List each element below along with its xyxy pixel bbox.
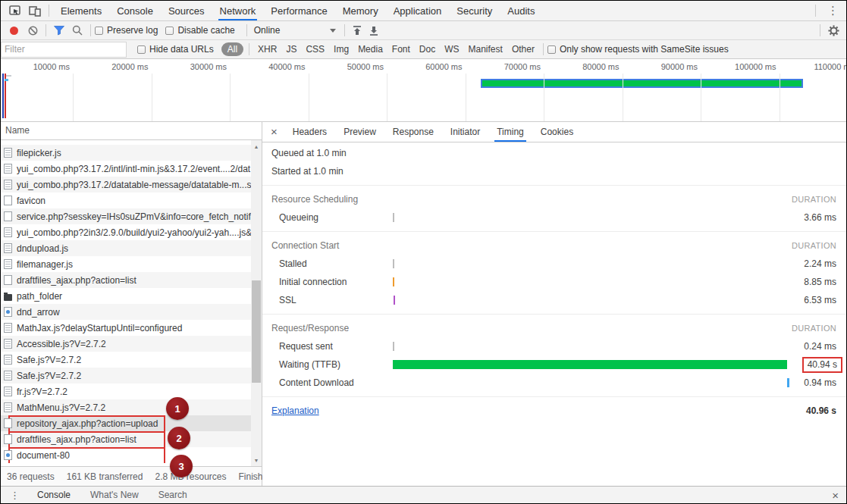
kebab-menu-icon[interactable]: ⋮ — [820, 4, 846, 17]
type-filter-js[interactable]: JS — [281, 42, 301, 56]
timing-total-row: Explanation 40.96 s — [271, 402, 836, 420]
filter-funnel-icon[interactable] — [50, 21, 68, 39]
request-row[interactable]: Safe.js?V=2.7.2 — [1, 368, 262, 383]
separator — [543, 43, 544, 55]
detail-tab-headers[interactable]: Headers — [284, 122, 335, 142]
detail-tab-initiator[interactable]: Initiator — [442, 122, 488, 142]
scroll-up-icon[interactable]: ▲ — [251, 141, 262, 152]
disable-cache-checkbox[interactable] — [165, 27, 174, 35]
selected-request-overview-bar — [481, 79, 802, 88]
detail-tab-preview[interactable]: Preview — [335, 122, 384, 142]
request-row[interactable]: favicon — [1, 193, 262, 208]
request-row[interactable]: yui_combo.php?3.17.2/intl/intl-min.js&3.… — [1, 161, 262, 177]
request-row[interactable]: yui_combo.php?3.17.2/datatable-message/d… — [1, 177, 262, 193]
type-filter-font[interactable]: Font — [387, 42, 415, 56]
request-row[interactable]: dnd_arrow — [1, 304, 262, 320]
samesite-checkbox[interactable] — [547, 45, 556, 54]
record-icon[interactable] — [10, 27, 18, 35]
tab-sources[interactable]: Sources — [161, 1, 212, 20]
name-column-header[interactable]: Name — [1, 122, 262, 140]
request-row[interactable]: fr.js?V=2.7.2 — [1, 383, 262, 399]
timing-value: 8.85 ms — [789, 277, 836, 287]
separator — [246, 24, 247, 36]
duration-column-header: DURATION — [792, 241, 836, 250]
request-row[interactable]: yui_combo.php?2in3/2.9.0/build/yui2-yaho… — [1, 224, 262, 240]
timing-bar — [393, 342, 394, 351]
detail-tab-response[interactable]: Response — [384, 122, 442, 142]
tab-security[interactable]: Security — [449, 1, 500, 20]
request-list: filepicker.jsyui_combo.php?3.17.2/intl/i… — [1, 140, 262, 466]
type-filter-other[interactable]: Other — [507, 42, 539, 56]
type-filter-img[interactable]: Img — [329, 42, 353, 56]
status-item-2-8-mb-resources: 2.8 MB resources — [155, 471, 226, 482]
download-har-icon[interactable] — [365, 21, 382, 39]
drawer-tab-list: ConsoleWhat's NewSearch — [27, 487, 197, 503]
request-row[interactable]: draftfiles_ajax.php?action=list — [1, 272, 262, 288]
type-filter-ws[interactable]: WS — [440, 42, 463, 56]
request-name: draftfiles_ajax.php?action=list — [17, 434, 136, 445]
detail-tab-cookies[interactable]: Cookies — [532, 122, 582, 142]
preserve-log-checkbox[interactable] — [95, 27, 103, 35]
request-row[interactable]: path_folder — [1, 288, 262, 304]
timing-value: 2.24 ms — [789, 258, 836, 269]
overview-tick-label: 50000 ms — [329, 62, 384, 71]
network-overview-timeline[interactable]: 10000 ms20000 ms30000 ms40000 ms50000 ms… — [1, 59, 846, 122]
search-icon[interactable] — [68, 21, 86, 39]
request-row[interactable]: MathJax.js?delayStartupUntil=configured — [1, 320, 262, 336]
close-details-icon[interactable]: × — [262, 125, 284, 139]
request-row[interactable]: Safe.js?V=2.7.2 — [1, 352, 262, 368]
type-filter-css[interactable]: CSS — [301, 42, 329, 56]
drawer-tab-console[interactable]: Console — [27, 487, 80, 503]
queued-at-text: Queued at 1.0 min — [271, 144, 836, 162]
separator — [820, 24, 820, 36]
timing-bar — [393, 360, 787, 369]
status-item-finish: Finish — [239, 471, 263, 482]
throttling-dropdown[interactable]: Online — [251, 25, 340, 36]
tab-audits[interactable]: Audits — [500, 1, 542, 20]
tab-elements[interactable]: Elements — [53, 1, 109, 20]
request-row[interactable]: filepicker.js — [1, 145, 262, 161]
clear-icon[interactable] — [24, 21, 42, 39]
requests-panel: Name filepicker.jsyui_combo.php?3.17.2/i… — [1, 122, 262, 486]
filter-input[interactable] — [1, 42, 127, 58]
type-filter-xhr[interactable]: XHR — [253, 42, 281, 56]
scroll-down-icon[interactable]: ▼ — [251, 455, 262, 465]
tab-memory[interactable]: Memory — [335, 1, 386, 20]
timing-label: SSL — [271, 295, 393, 305]
network-main-area: Name filepicker.jsyui_combo.php?3.17.2/i… — [1, 122, 846, 486]
detail-tab-timing[interactable]: Timing — [488, 122, 532, 142]
tab-performance[interactable]: Performance — [263, 1, 334, 20]
request-row[interactable]: repository_ajax.php?action=upload — [1, 415, 262, 431]
request-row[interactable]: document-80 — [1, 447, 262, 463]
request-name: document-80 — [17, 450, 70, 461]
status-item-161-kb-transferred: 161 KB transferred — [67, 471, 143, 482]
kebab-menu-icon[interactable]: ⋮ — [1, 490, 27, 501]
device-toolbar-icon[interactable] — [25, 1, 45, 20]
type-filter-all[interactable]: All — [221, 42, 243, 56]
close-drawer-icon[interactable]: × — [824, 489, 846, 502]
inspect-element-icon[interactable] — [5, 1, 25, 20]
request-list-scrollbar[interactable]: ▲▼ — [251, 140, 262, 466]
hide-data-urls-checkbox[interactable] — [137, 45, 146, 54]
request-name: Safe.js?V=2.7.2 — [17, 371, 81, 381]
tab-network[interactable]: Network — [212, 1, 264, 20]
request-row[interactable]: draftfiles_ajax.php?action=list — [1, 431, 262, 447]
timing-bar — [393, 259, 394, 268]
drawer-tab-what-s-new[interactable]: What's New — [80, 487, 149, 503]
request-row[interactable]: Accessible.js?V=2.7.2 — [1, 336, 262, 352]
drawer-tab-search[interactable]: Search — [149, 487, 197, 503]
request-row[interactable]: filemanager.js — [1, 256, 262, 272]
timing-section-title: Resource Scheduling — [271, 194, 358, 205]
type-filter-media[interactable]: Media — [353, 42, 387, 56]
explanation-link[interactable]: Explanation — [271, 405, 319, 416]
request-row[interactable]: service.php?sesskey=IHs0suZPmV&info=core… — [1, 208, 262, 224]
type-filter-doc[interactable]: Doc — [415, 42, 440, 56]
gear-icon[interactable] — [824, 21, 846, 39]
tab-application[interactable]: Application — [386, 1, 450, 20]
scrollbar-thumb[interactable] — [252, 280, 261, 383]
request-row[interactable]: MathMenu.js?V=2.7.2 — [1, 399, 262, 415]
request-row[interactable]: dndupload.js — [1, 240, 262, 256]
upload-har-icon[interactable] — [349, 21, 365, 39]
type-filter-manifest[interactable]: Manifest — [464, 42, 507, 56]
tab-console[interactable]: Console — [109, 1, 161, 20]
